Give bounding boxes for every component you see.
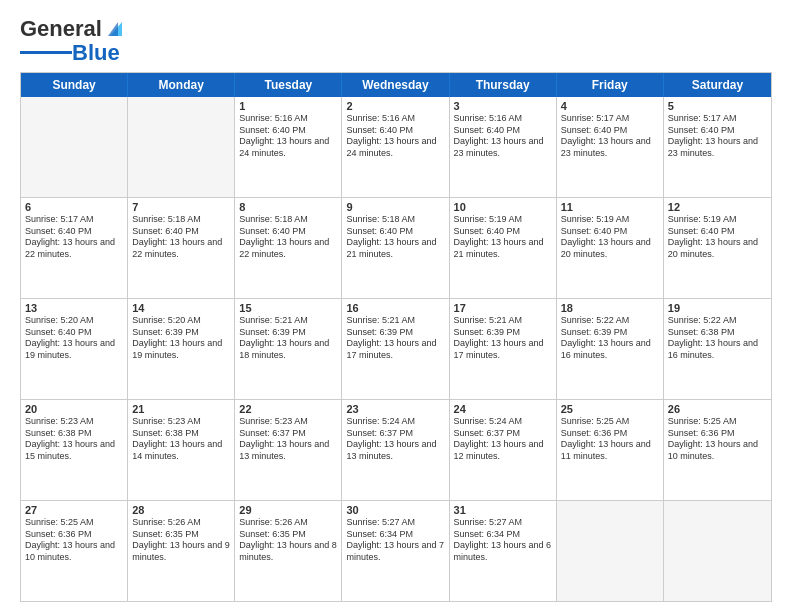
day-number: 21 [132,403,230,415]
calendar-day-3: 3Sunrise: 5:16 AM Sunset: 6:40 PM Daylig… [450,97,557,197]
day-info: Sunrise: 5:27 AM Sunset: 6:34 PM Dayligh… [346,517,444,564]
day-number: 13 [25,302,123,314]
calendar-day-empty [128,97,235,197]
calendar-header-thursday: Thursday [450,73,557,97]
day-number: 10 [454,201,552,213]
day-number: 2 [346,100,444,112]
calendar: SundayMondayTuesdayWednesdayThursdayFrid… [20,72,772,602]
logo-icon [104,18,126,40]
day-number: 9 [346,201,444,213]
day-info: Sunrise: 5:23 AM Sunset: 6:38 PM Dayligh… [132,416,230,463]
calendar-week-2: 6Sunrise: 5:17 AM Sunset: 6:40 PM Daylig… [21,197,771,298]
calendar-header-monday: Monday [128,73,235,97]
day-info: Sunrise: 5:16 AM Sunset: 6:40 PM Dayligh… [454,113,552,160]
page-header: General Blue [20,16,772,64]
day-info: Sunrise: 5:19 AM Sunset: 6:40 PM Dayligh… [454,214,552,261]
day-info: Sunrise: 5:25 AM Sunset: 6:36 PM Dayligh… [25,517,123,564]
day-number: 31 [454,504,552,516]
day-info: Sunrise: 5:26 AM Sunset: 6:35 PM Dayligh… [239,517,337,564]
calendar-day-empty [21,97,128,197]
svg-marker-1 [108,22,118,36]
calendar-header-wednesday: Wednesday [342,73,449,97]
day-info: Sunrise: 5:17 AM Sunset: 6:40 PM Dayligh… [25,214,123,261]
day-info: Sunrise: 5:22 AM Sunset: 6:38 PM Dayligh… [668,315,767,362]
calendar-day-31: 31Sunrise: 5:27 AM Sunset: 6:34 PM Dayli… [450,501,557,601]
day-number: 4 [561,100,659,112]
day-info: Sunrise: 5:22 AM Sunset: 6:39 PM Dayligh… [561,315,659,362]
calendar-day-22: 22Sunrise: 5:23 AM Sunset: 6:37 PM Dayli… [235,400,342,500]
calendar-day-23: 23Sunrise: 5:24 AM Sunset: 6:37 PM Dayli… [342,400,449,500]
day-info: Sunrise: 5:25 AM Sunset: 6:36 PM Dayligh… [668,416,767,463]
day-info: Sunrise: 5:21 AM Sunset: 6:39 PM Dayligh… [239,315,337,362]
day-number: 11 [561,201,659,213]
day-info: Sunrise: 5:21 AM Sunset: 6:39 PM Dayligh… [454,315,552,362]
calendar-day-7: 7Sunrise: 5:18 AM Sunset: 6:40 PM Daylig… [128,198,235,298]
calendar-day-10: 10Sunrise: 5:19 AM Sunset: 6:40 PM Dayli… [450,198,557,298]
day-info: Sunrise: 5:24 AM Sunset: 6:37 PM Dayligh… [454,416,552,463]
calendar-header-friday: Friday [557,73,664,97]
day-number: 24 [454,403,552,415]
calendar-day-9: 9Sunrise: 5:18 AM Sunset: 6:40 PM Daylig… [342,198,449,298]
calendar-day-24: 24Sunrise: 5:24 AM Sunset: 6:37 PM Dayli… [450,400,557,500]
day-number: 5 [668,100,767,112]
calendar-day-26: 26Sunrise: 5:25 AM Sunset: 6:36 PM Dayli… [664,400,771,500]
day-number: 18 [561,302,659,314]
calendar-day-8: 8Sunrise: 5:18 AM Sunset: 6:40 PM Daylig… [235,198,342,298]
calendar-day-1: 1Sunrise: 5:16 AM Sunset: 6:40 PM Daylig… [235,97,342,197]
day-info: Sunrise: 5:19 AM Sunset: 6:40 PM Dayligh… [668,214,767,261]
calendar-day-29: 29Sunrise: 5:26 AM Sunset: 6:35 PM Dayli… [235,501,342,601]
day-info: Sunrise: 5:27 AM Sunset: 6:34 PM Dayligh… [454,517,552,564]
logo-blue: Blue [72,42,120,64]
calendar-day-16: 16Sunrise: 5:21 AM Sunset: 6:39 PM Dayli… [342,299,449,399]
day-info: Sunrise: 5:19 AM Sunset: 6:40 PM Dayligh… [561,214,659,261]
day-info: Sunrise: 5:18 AM Sunset: 6:40 PM Dayligh… [239,214,337,261]
logo: General Blue [20,16,126,64]
calendar-day-6: 6Sunrise: 5:17 AM Sunset: 6:40 PM Daylig… [21,198,128,298]
day-info: Sunrise: 5:18 AM Sunset: 6:40 PM Dayligh… [132,214,230,261]
calendar-week-3: 13Sunrise: 5:20 AM Sunset: 6:40 PM Dayli… [21,298,771,399]
calendar-day-empty [557,501,664,601]
day-info: Sunrise: 5:23 AM Sunset: 6:37 PM Dayligh… [239,416,337,463]
day-info: Sunrise: 5:16 AM Sunset: 6:40 PM Dayligh… [239,113,337,160]
calendar-day-11: 11Sunrise: 5:19 AM Sunset: 6:40 PM Dayli… [557,198,664,298]
day-number: 26 [668,403,767,415]
calendar-day-20: 20Sunrise: 5:23 AM Sunset: 6:38 PM Dayli… [21,400,128,500]
day-number: 28 [132,504,230,516]
day-info: Sunrise: 5:25 AM Sunset: 6:36 PM Dayligh… [561,416,659,463]
calendar-day-4: 4Sunrise: 5:17 AM Sunset: 6:40 PM Daylig… [557,97,664,197]
calendar-day-14: 14Sunrise: 5:20 AM Sunset: 6:39 PM Dayli… [128,299,235,399]
calendar-day-25: 25Sunrise: 5:25 AM Sunset: 6:36 PM Dayli… [557,400,664,500]
day-number: 23 [346,403,444,415]
calendar-header-tuesday: Tuesday [235,73,342,97]
calendar-header-saturday: Saturday [664,73,771,97]
calendar-day-empty [664,501,771,601]
day-info: Sunrise: 5:18 AM Sunset: 6:40 PM Dayligh… [346,214,444,261]
day-number: 15 [239,302,337,314]
day-number: 29 [239,504,337,516]
calendar-day-2: 2Sunrise: 5:16 AM Sunset: 6:40 PM Daylig… [342,97,449,197]
calendar-day-19: 19Sunrise: 5:22 AM Sunset: 6:38 PM Dayli… [664,299,771,399]
day-number: 19 [668,302,767,314]
day-number: 27 [25,504,123,516]
logo-general: General [20,16,102,42]
calendar-week-5: 27Sunrise: 5:25 AM Sunset: 6:36 PM Dayli… [21,500,771,601]
logo-underline [20,51,72,54]
calendar-day-28: 28Sunrise: 5:26 AM Sunset: 6:35 PM Dayli… [128,501,235,601]
calendar-week-4: 20Sunrise: 5:23 AM Sunset: 6:38 PM Dayli… [21,399,771,500]
day-info: Sunrise: 5:17 AM Sunset: 6:40 PM Dayligh… [668,113,767,160]
calendar-day-18: 18Sunrise: 5:22 AM Sunset: 6:39 PM Dayli… [557,299,664,399]
day-number: 22 [239,403,337,415]
day-number: 25 [561,403,659,415]
day-number: 17 [454,302,552,314]
calendar-week-1: 1Sunrise: 5:16 AM Sunset: 6:40 PM Daylig… [21,97,771,197]
day-info: Sunrise: 5:17 AM Sunset: 6:40 PM Dayligh… [561,113,659,160]
calendar-body: 1Sunrise: 5:16 AM Sunset: 6:40 PM Daylig… [21,97,771,601]
day-info: Sunrise: 5:24 AM Sunset: 6:37 PM Dayligh… [346,416,444,463]
day-info: Sunrise: 5:20 AM Sunset: 6:40 PM Dayligh… [25,315,123,362]
calendar-day-12: 12Sunrise: 5:19 AM Sunset: 6:40 PM Dayli… [664,198,771,298]
day-number: 20 [25,403,123,415]
day-number: 30 [346,504,444,516]
day-number: 7 [132,201,230,213]
day-number: 8 [239,201,337,213]
calendar-day-17: 17Sunrise: 5:21 AM Sunset: 6:39 PM Dayli… [450,299,557,399]
